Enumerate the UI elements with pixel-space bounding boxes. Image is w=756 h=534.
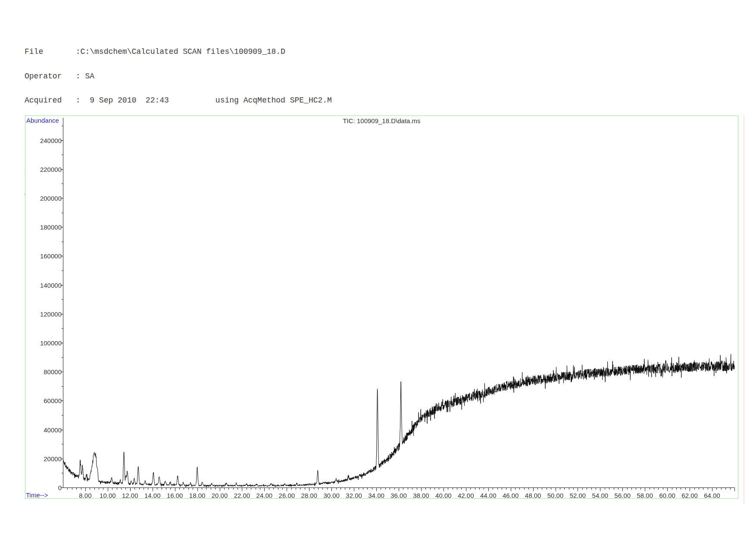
y-tick-label: 220000 [31, 165, 62, 174]
y-tick-label: 120000 [31, 310, 62, 318]
y-tick-label: 60000 [31, 397, 62, 405]
y-tick-label: 200000 [31, 194, 62, 202]
y-tick-label: 0 [31, 484, 62, 492]
window-edge-line [744, 115, 744, 504]
y-tick-label: 20000 [31, 455, 62, 463]
y-tick-label: 240000 [31, 137, 62, 145]
header-line-acquired: Acquired : 9 Sep 2010 22:43 using AcqMet… [25, 96, 332, 105]
chemstation-report-page: { "header": { "lines": [ "File :C:\\msdc… [0, 0, 756, 534]
time-axis-label: Time--> [26, 491, 48, 499]
y-tick-label: 140000 [31, 281, 62, 289]
abundance-axis-label: Abundance [26, 117, 59, 124]
y-tick-label: 80000 [31, 368, 62, 376]
x-tick-label: 64.00 [697, 491, 727, 500]
chromatogram-frame: TIC: 100909_18.D\data.ms Abundance Time-… [25, 115, 738, 499]
y-tick-label: 40000 [31, 426, 62, 434]
y-tick-label: 100000 [31, 339, 62, 347]
y-tick-label: 160000 [31, 252, 62, 260]
chromatogram-plot[interactable] [25, 116, 738, 498]
y-tick-label: 180000 [31, 223, 62, 231]
header-line-operator: Operator : SA [25, 72, 332, 81]
header-line-file: File :C:\msdchem\Calculated SCAN files\1… [25, 48, 332, 56]
chart-title: TIC: 100909_18.D\data.ms [343, 117, 420, 124]
